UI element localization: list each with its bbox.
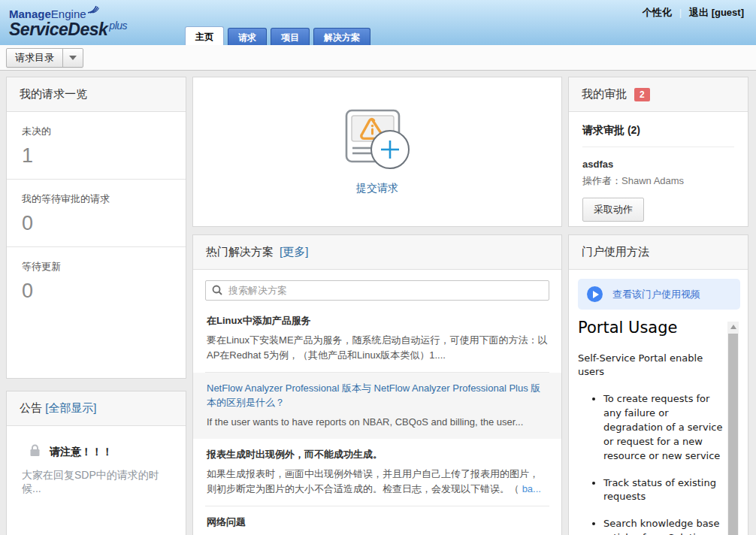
solution-snippet-link: ba...: [522, 483, 541, 494]
personalize-link[interactable]: 个性化: [643, 7, 672, 18]
portal-body: 查看该门户使用视频 Portal Usage Self-Service Port…: [569, 270, 748, 535]
approvals-panel-title: 我的审批 2: [569, 77, 748, 112]
search-solutions-input[interactable]: [205, 280, 549, 301]
portal-content: Portal Usage Self-Service Portal enable …: [578, 319, 724, 535]
portal-usage-subheading: Self-Service Portal enable users: [578, 352, 724, 379]
solution-item[interactable]: 报表生成时出现例外，而不能成功生成。 如果生成报表时，画面中出现例外错误，并且用…: [205, 439, 549, 506]
header-links: 个性化|退出 [guest]: [643, 6, 744, 20]
watch-portal-video-link[interactable]: 查看该门户使用视频: [578, 279, 740, 310]
solutions-list: 在Linux中添加产品服务 要在Linux下安装ME产品为服务，随系统启动自动运…: [205, 305, 549, 535]
link-separator: |: [679, 7, 682, 18]
solution-snippet: 要在Linux下安装ME产品为服务，随系统启动自动运行，可使用下面的方法：以AP…: [207, 333, 548, 363]
take-action-button[interactable]: 采取动作: [582, 198, 644, 222]
solutions-title-text: 热门解决方案: [206, 245, 274, 259]
portal-panel-title: 门户使用方法: [569, 235, 748, 270]
nav-tab[interactable]: 项目: [271, 28, 310, 45]
summary-stat-row[interactable]: 等待更新 0: [7, 246, 186, 314]
solution-title: 网络问题: [207, 515, 548, 530]
stat-value: 0: [22, 212, 171, 235]
portal-bullet-item: Search knowledge base articles from Solu…: [603, 517, 724, 535]
nav-tab[interactable]: 主页: [185, 26, 224, 45]
stat-value: 0: [22, 280, 171, 303]
approval-operator-row: 操作者：Shawn Adams: [582, 174, 734, 188]
manageengine-servicedesk-logo[interactable]: ManageEngine ServiceDeskplus: [9, 4, 127, 38]
approvals-count-badge: 2: [634, 88, 650, 101]
manageengine-brand: ManageEngine: [9, 4, 127, 20]
submit-request-icon: [343, 108, 412, 174]
announcements-panel-title: 公告 [全部显示]: [7, 391, 186, 426]
approvals-title-text: 我的审批: [582, 87, 627, 101]
nav-tab[interactable]: 解决方案: [313, 28, 370, 45]
my-approvals-panel: 我的审批 2 请求审批 (2) asdfas 操作者：Shawn Adams 采…: [568, 77, 748, 227]
stat-label: 未决的: [22, 125, 171, 138]
portal-scrollbar[interactable]: [727, 322, 739, 535]
solution-item[interactable]: NetFlow Analyzer Professional 版本与 NetFlo…: [193, 373, 561, 439]
request-catalog-label: 请求目录: [7, 49, 62, 67]
nav-tab[interactable]: 请求: [228, 28, 267, 45]
center-column: 提交请求 热门解决方案 [更多] 在Linux中添加产品服务 要在Li: [192, 77, 562, 535]
play-icon: [587, 286, 603, 302]
scrollbar-up-arrow-icon[interactable]: [727, 322, 739, 332]
solution-snippet: If the user wants to have reports on NBA…: [207, 415, 548, 430]
servicedesk-product-name: ServiceDeskplus: [9, 20, 127, 38]
summary-panel-title: 我的请求一览: [7, 77, 186, 112]
announcements-show-all-link[interactable]: [全部显示]: [45, 401, 96, 414]
approval-request-name[interactable]: asdfas: [582, 159, 734, 170]
left-column: 我的请求一览 未决的 1 我的等待审批的请求 0 等待更新 0: [6, 77, 186, 535]
summary-stats: 未决的 1 我的等待审批的请求 0 等待更新 0: [7, 112, 186, 314]
logo-swoosh-icon: [87, 4, 99, 16]
announcements-panel: 公告 [全部显示] 请注意！！！ 大家在回复SDP中的请求的时候...: [6, 391, 186, 535]
solution-item[interactable]: 网络问题 在这里输入的问题解决方法或变通办法，将会作为解决方案显示在解决方案的页…: [205, 506, 549, 535]
portal-usage-panel: 门户使用方法 查看该门户使用视频 Portal Usage Self-Servi…: [568, 234, 748, 535]
summary-stat-row[interactable]: 未决的 1: [7, 112, 186, 179]
solution-item[interactable]: 在Linux中添加产品服务 要在Linux下安装ME产品为服务，随系统启动自动运…: [205, 305, 549, 373]
portal-usage-bullets: To create requests for any failure or de…: [578, 392, 724, 535]
search-icon: [212, 285, 222, 298]
request-catalog-dropdown[interactable]: [62, 49, 83, 67]
solution-title: 报表生成时出现例外，而不能成功生成。: [207, 448, 548, 462]
main-nav-tabs: 主页请求项目解决方案: [185, 26, 374, 45]
request-catalog-button[interactable]: 请求目录: [6, 48, 83, 68]
app-header: ManageEngine ServiceDeskplus 个性化|退出 [gue…: [0, 0, 756, 45]
announcements-body: 请注意！！！ 大家在回复SDP中的请求的时候...: [7, 426, 186, 514]
submit-request-label: 提交请求: [356, 182, 398, 195]
sub-toolbar: 请求目录: [0, 45, 756, 71]
my-requests-summary-panel: 我的请求一览 未决的 1 我的等待审批的请求 0 等待更新 0: [6, 77, 186, 379]
solutions-searchbox: [205, 280, 549, 301]
video-link-label: 查看该门户使用视频: [612, 288, 700, 301]
request-approvals-section-title: 请求审批 (2): [582, 124, 734, 147]
lock-icon: [29, 444, 41, 460]
solution-snippet: 如果生成报表时，画面中出现例外错误，并且用户自己上传了报表用的图片，则初步断定为…: [207, 467, 548, 497]
portal-bullet-item: Track status of existing requests: [603, 476, 724, 505]
announcement-preview-text: 大家在回复SDP中的请求的时候...: [19, 469, 174, 496]
approvals-body: 请求审批 (2) asdfas 操作者：Shawn Adams 采取动作: [569, 112, 748, 227]
announcement-item[interactable]: 请注意！！！: [19, 444, 174, 460]
solution-title: 在Linux中添加产品服务: [207, 314, 548, 328]
operator-name: Shawn Adams: [621, 175, 684, 186]
solutions-panel-title: 热门解决方案 [更多]: [193, 235, 561, 270]
chevron-down-icon: [69, 56, 77, 60]
stat-label: 我的等待审批的请求: [22, 192, 171, 206]
submit-request-button[interactable]: 提交请求: [343, 108, 412, 195]
announcements-title-text: 公告: [20, 401, 42, 414]
main-content: 我的请求一览 未决的 1 我的等待审批的请求 0 等待更新 0: [0, 71, 756, 535]
scrollbar-thumb[interactable]: [728, 334, 738, 535]
portal-scroll-area: Portal Usage Self-Service Portal enable …: [578, 319, 740, 535]
logout-link[interactable]: 退出 [guest]: [689, 7, 744, 18]
announcement-title: 请注意！！！: [50, 446, 113, 459]
portal-usage-heading: Portal Usage: [578, 319, 724, 337]
submit-request-panel: 提交请求: [192, 77, 562, 227]
right-column: 我的审批 2 请求审批 (2) asdfas 操作者：Shawn Adams 采…: [568, 77, 748, 535]
solutions-body: 在Linux中添加产品服务 要在Linux下安装ME产品为服务，随系统启动自动运…: [193, 270, 561, 535]
solutions-more-link[interactable]: [更多]: [280, 245, 308, 259]
operator-label: 操作者：: [582, 175, 621, 186]
popular-solutions-panel: 热门解决方案 [更多] 在Linux中添加产品服务 要在Linux下安装ME产品…: [192, 234, 562, 535]
stat-label: 等待更新: [22, 260, 171, 274]
stat-value: 1: [22, 144, 171, 168]
portal-bullet-item: To create requests for any failure or de…: [603, 392, 724, 463]
solution-title: NetFlow Analyzer Professional 版本与 NetFlo…: [207, 382, 548, 410]
summary-stat-row[interactable]: 我的等待审批的请求 0: [7, 179, 186, 246]
